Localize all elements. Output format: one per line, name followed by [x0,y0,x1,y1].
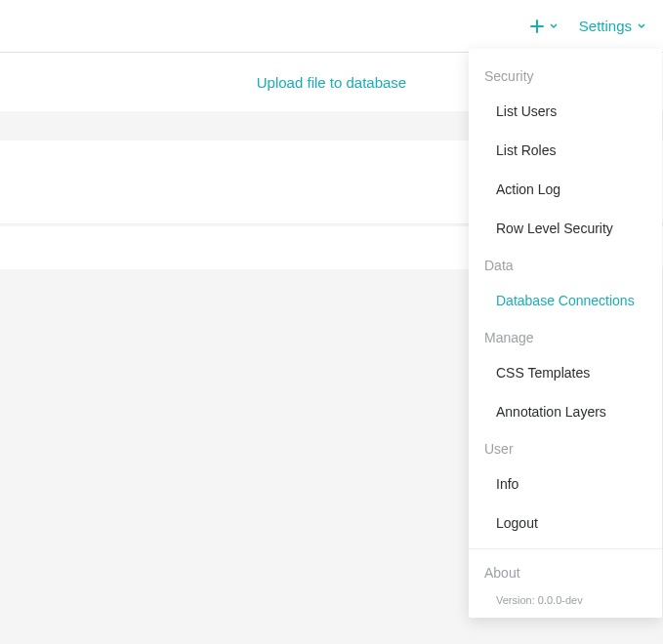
settings-dropdown: Security List Users List Roles Action Lo… [469,49,662,618]
menu-item-list-users[interactable]: List Users [469,92,662,131]
upload-file-link[interactable]: Upload file to database [257,74,406,91]
version-text: Version: 0.0.0-dev [469,588,662,608]
menu-header-user: User [469,431,662,464]
menu-item-list-roles[interactable]: List Roles [469,131,662,170]
menu-header-manage: Manage [469,320,662,353]
menu-item-annotation-layers[interactable]: Annotation Layers [469,392,662,431]
settings-label: Settings [579,18,632,34]
menu-divider [469,548,662,549]
caret-down-icon [638,23,645,29]
menu-item-row-level-security[interactable]: Row Level Security [469,209,662,248]
menu-item-logout[interactable]: Logout [469,503,662,543]
menu-header-about: About [469,555,662,588]
menu-header-data: Data [469,248,662,281]
menu-item-info[interactable]: Info [469,464,662,503]
caret-down-icon [550,23,558,29]
menu-item-database-connections[interactable]: Database Connections [469,281,662,320]
menu-item-css-templates[interactable]: CSS Templates [469,353,662,392]
new-button[interactable] [530,20,558,33]
menu-item-action-log[interactable]: Action Log [469,170,662,209]
menu-header-security: Security [469,59,662,92]
settings-button[interactable]: Settings [579,18,645,34]
plus-icon [530,20,544,33]
topbar: Settings [0,0,663,53]
